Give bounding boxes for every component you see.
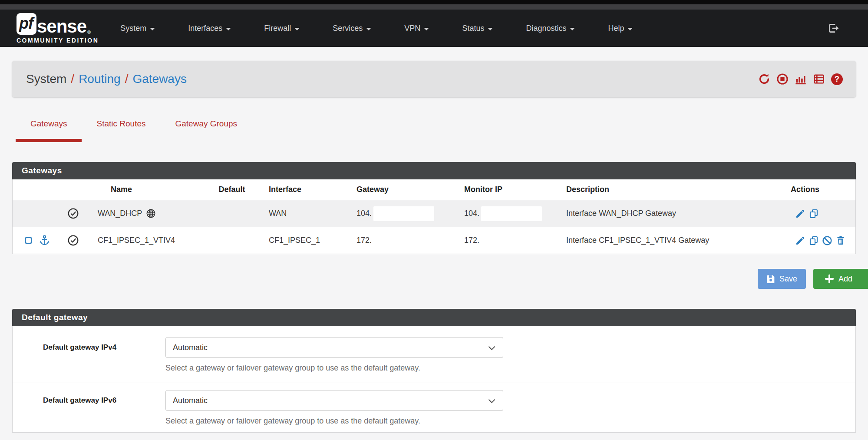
nav-item-firewall[interactable]: Firewall: [248, 10, 316, 47]
default-gateway-ipv4-label: Default gateway IPv4: [13, 337, 165, 352]
column-header-gateway: Gateway: [339, 179, 446, 200]
gateway-address: 104.: [356, 209, 372, 218]
floppy-disk-icon: [766, 275, 775, 283]
routing-tabs: Gateways Static Routes Gateway Groups: [16, 119, 868, 142]
edit-gateway-icon[interactable]: [795, 208, 805, 219]
redacted-ip-box: [481, 206, 542, 221]
chevron-down-icon: [488, 397, 495, 404]
delete-gateway-trash-icon[interactable]: [835, 235, 846, 246]
default-gateway-ipv6-help: Select a gateway or failover gateway gro…: [165, 417, 503, 426]
gateway-interface: CF1_IPSEC_1: [257, 227, 339, 254]
plus-icon: [825, 274, 834, 284]
breadcrumb-bar: System / Routing / Gateways: [12, 61, 856, 97]
save-button[interactable]: Save: [758, 269, 806, 289]
main-navbar: pf sense ® COMMUNITY EDITION System Inte…: [0, 10, 868, 47]
chevron-down-icon: [488, 344, 495, 351]
status-monitoring-chart-icon[interactable]: [795, 73, 807, 85]
log-list-icon[interactable]: [813, 73, 825, 85]
tab-static-routes[interactable]: Static Routes: [82, 119, 160, 142]
nav-item-services[interactable]: Services: [316, 10, 388, 47]
logo-sense-text: sense: [37, 18, 86, 35]
gateway-name: CF1_IPSEC_1_VTIV4: [98, 236, 175, 245]
breadcrumb-gateways-link[interactable]: Gateways: [132, 72, 187, 86]
nav-menu: System Interfaces Firewall Services VPN …: [104, 10, 649, 47]
column-header-actions: Actions: [778, 179, 855, 200]
breadcrumb-routing-link[interactable]: Routing: [79, 72, 121, 86]
gateways-panel: Gateways Name Default Interface Gateway …: [12, 162, 856, 254]
nav-item-status[interactable]: Status: [446, 10, 509, 47]
monitor-ip: 104.: [464, 209, 479, 218]
copy-gateway-icon[interactable]: [809, 235, 819, 246]
window-title-strip: [0, 4, 868, 10]
chevron-down-icon: [424, 28, 429, 30]
column-header-description: Description: [550, 179, 778, 200]
default-gateway-ipv4-row: Default gateway IPv4 Automatic Select a …: [13, 326, 855, 383]
disable-gateway-ban-icon[interactable]: [822, 235, 832, 246]
anchor-icon: [39, 235, 50, 246]
gateway-interface: WAN: [257, 200, 339, 227]
help-icon[interactable]: ?: [831, 73, 843, 85]
sign-out-icon[interactable]: [828, 23, 839, 34]
column-header-monitor-ip: Monitor IP: [446, 179, 550, 200]
gateway-description: Interface WAN_DHCP Gateway: [550, 200, 778, 227]
add-gateway-button[interactable]: Add: [813, 269, 868, 289]
default-gateway-panel-title: Default gateway: [12, 309, 856, 326]
pfsense-logo[interactable]: pf sense ® COMMUNITY EDITION: [17, 13, 99, 44]
gateway-name: WAN_DHCP: [98, 209, 142, 218]
column-header-default: Default: [207, 179, 257, 200]
chevron-down-icon: [627, 28, 633, 30]
stop-monitoring-icon[interactable]: [776, 73, 789, 85]
gateway-description: Interface CF1_IPSEC_1_VTIV4 Gateway: [550, 227, 778, 254]
default-gateway-globe-icon: [146, 208, 156, 218]
page-action-icons: ?: [758, 73, 843, 85]
nav-item-vpn[interactable]: VPN: [388, 10, 446, 47]
nav-item-diagnostics[interactable]: Diagnostics: [509, 10, 591, 47]
gateway-enabled-check-icon: [67, 208, 79, 219]
default-gateway-ipv4-help: Select a gateway or failover gateway gro…: [165, 364, 503, 373]
column-header-name: Name: [90, 179, 207, 200]
chevron-down-icon: [570, 28, 575, 30]
chevron-down-icon: [150, 28, 155, 30]
table-buttons-row: Save Add: [12, 269, 856, 289]
default-gateway-ipv6-label: Default gateway IPv6: [13, 390, 165, 405]
default-gateway-panel: Default gateway Default gateway IPv4 Aut…: [12, 309, 856, 433]
chevron-down-icon: [488, 28, 493, 30]
column-header-interface: Interface: [257, 179, 339, 200]
default-gateway-ipv4-select[interactable]: Automatic: [165, 337, 503, 358]
refresh-icon[interactable]: [758, 73, 770, 85]
default-gateway-ipv6-select[interactable]: Automatic: [165, 390, 503, 411]
breadcrumb: System / Routing / Gateways: [26, 72, 187, 86]
nav-item-system[interactable]: System: [104, 10, 172, 47]
tab-gateway-groups[interactable]: Gateway Groups: [160, 119, 252, 142]
nav-item-interfaces[interactable]: Interfaces: [172, 10, 248, 47]
static-gateway-square-icon: [24, 236, 33, 245]
breadcrumb-system: System: [26, 72, 66, 86]
redacted-ip-box: [373, 206, 434, 221]
logo-subtitle: COMMUNITY EDITION: [17, 37, 99, 44]
chevron-down-icon: [366, 28, 371, 30]
tab-gateways[interactable]: Gateways: [16, 119, 82, 142]
edit-gateway-icon[interactable]: [795, 235, 805, 246]
logo-pf-badge: pf: [17, 13, 36, 35]
window-top-strip: [0, 0, 868, 4]
gateways-panel-title: Gateways: [12, 162, 856, 179]
gateway-address: 172.: [356, 236, 372, 245]
nav-item-help[interactable]: Help: [591, 10, 649, 47]
copy-gateway-icon[interactable]: [809, 208, 819, 219]
chevron-down-icon: [226, 28, 231, 30]
monitor-ip: 172.: [464, 236, 479, 245]
chevron-down-icon: [294, 28, 300, 30]
gateway-enabled-check-icon: [67, 235, 79, 246]
default-gateway-ipv6-row: Default gateway IPv6 Automatic Select a …: [13, 383, 855, 432]
logo-trademark: ®: [87, 30, 91, 35]
